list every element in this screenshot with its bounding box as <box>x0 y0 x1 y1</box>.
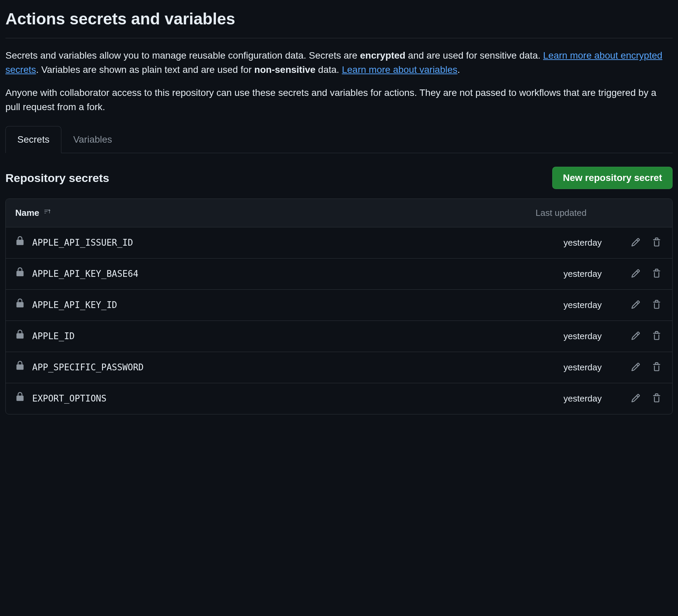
lock-icon <box>15 267 25 281</box>
trash-icon <box>652 269 661 279</box>
secret-name: APPLE_API_KEY_ID <box>32 299 117 312</box>
edit-button[interactable] <box>630 267 642 281</box>
table-row: APPLE_API_ISSUER_IDyesterday <box>6 227 672 259</box>
lock-icon <box>15 330 25 343</box>
pencil-icon <box>631 393 640 404</box>
secret-name-cell: APPLE_API_ISSUER_ID <box>15 236 507 249</box>
secret-name: APPLE_ID <box>32 330 75 343</box>
edit-button[interactable] <box>630 361 642 374</box>
delete-button[interactable] <box>651 392 663 405</box>
learn-variables-link[interactable]: Learn more about variables <box>342 64 457 75</box>
table-row: APPLE_API_KEY_BASE64yesterday <box>6 259 672 290</box>
secret-actions <box>615 299 663 312</box>
trash-icon <box>652 362 661 373</box>
secret-updated: yesterday <box>507 330 615 343</box>
secret-actions <box>615 267 663 281</box>
tabnav: Secrets Variables <box>5 126 673 153</box>
pencil-icon <box>631 331 640 342</box>
column-updated-header: Last updated <box>507 206 615 220</box>
intro-text-bold: non-sensitive <box>254 64 315 75</box>
delete-button[interactable] <box>651 299 663 312</box>
new-repository-secret-button[interactable]: New repository secret <box>552 167 673 189</box>
secret-name-cell: APPLE_ID <box>15 330 507 343</box>
edit-button[interactable] <box>630 236 642 249</box>
secret-name: APPLE_API_KEY_BASE64 <box>32 267 138 281</box>
intro-text: data. <box>316 64 342 75</box>
trash-icon <box>652 238 661 248</box>
lock-icon <box>15 361 25 374</box>
pencil-icon <box>631 238 640 248</box>
pencil-icon <box>631 300 640 310</box>
intro-text: . <box>457 64 460 75</box>
secret-name-cell: APPLE_API_KEY_ID <box>15 299 507 312</box>
trash-icon <box>652 300 661 310</box>
table-row: APP_SPECIFIC_PASSWORDyesterday <box>6 352 672 383</box>
intro-text: and are used for sensitive data. <box>405 50 543 61</box>
intro-paragraph-1: Secrets and variables allow you to manag… <box>5 48 673 77</box>
secret-name-cell: APP_SPECIFIC_PASSWORD <box>15 361 507 374</box>
trash-icon <box>652 331 661 342</box>
column-name-label: Name <box>15 206 39 220</box>
section-header: Repository secrets New repository secret <box>5 167 673 189</box>
secret-name: EXPORT_OPTIONS <box>32 392 106 405</box>
secret-name-cell: EXPORT_OPTIONS <box>15 392 507 405</box>
table-row: APPLE_API_KEY_IDyesterday <box>6 290 672 321</box>
secret-actions <box>615 236 663 249</box>
delete-button[interactable] <box>651 267 663 281</box>
secret-updated: yesterday <box>507 361 615 374</box>
tab-variables[interactable]: Variables <box>61 126 124 153</box>
delete-button[interactable] <box>651 330 663 343</box>
secret-actions <box>615 361 663 374</box>
secret-updated: yesterday <box>507 236 615 249</box>
secret-updated: yesterday <box>507 267 615 281</box>
secret-actions <box>615 330 663 343</box>
edit-button[interactable] <box>630 299 642 312</box>
lock-icon <box>15 392 25 405</box>
secret-name-cell: APPLE_API_KEY_BASE64 <box>15 267 507 281</box>
lock-icon <box>15 236 25 249</box>
column-name-header[interactable]: Name <box>15 206 507 220</box>
secret-updated: yesterday <box>507 299 615 312</box>
trash-icon <box>652 393 661 404</box>
secret-updated: yesterday <box>507 392 615 405</box>
delete-button[interactable] <box>651 236 663 249</box>
secret-name: APP_SPECIFIC_PASSWORD <box>32 361 144 374</box>
sort-icon <box>43 206 52 220</box>
secret-actions <box>615 392 663 405</box>
edit-button[interactable] <box>630 392 642 405</box>
pencil-icon <box>631 269 640 279</box>
edit-button[interactable] <box>630 330 642 343</box>
intro-text-bold: encrypted <box>360 50 405 61</box>
secret-name: APPLE_API_ISSUER_ID <box>32 236 133 249</box>
section-title: Repository secrets <box>5 169 109 187</box>
table-row: APPLE_IDyesterday <box>6 321 672 352</box>
pencil-icon <box>631 362 640 373</box>
table-row: EXPORT_OPTIONSyesterday <box>6 383 672 414</box>
intro-paragraph-2: Anyone with collaborator access to this … <box>5 86 673 114</box>
page-title: Actions secrets and variables <box>5 7 673 38</box>
intro-text: Secrets and variables allow you to manag… <box>5 50 360 61</box>
table-header: Name Last updated <box>6 199 672 227</box>
intro-text: . Variables are shown as plain text and … <box>36 64 254 75</box>
secrets-table: Name Last updated APPLE_API_ISSUER_IDyes… <box>5 199 673 414</box>
lock-icon <box>15 299 25 312</box>
tab-secrets[interactable]: Secrets <box>5 126 61 153</box>
delete-button[interactable] <box>651 361 663 374</box>
intro-block: Secrets and variables allow you to manag… <box>5 48 673 114</box>
